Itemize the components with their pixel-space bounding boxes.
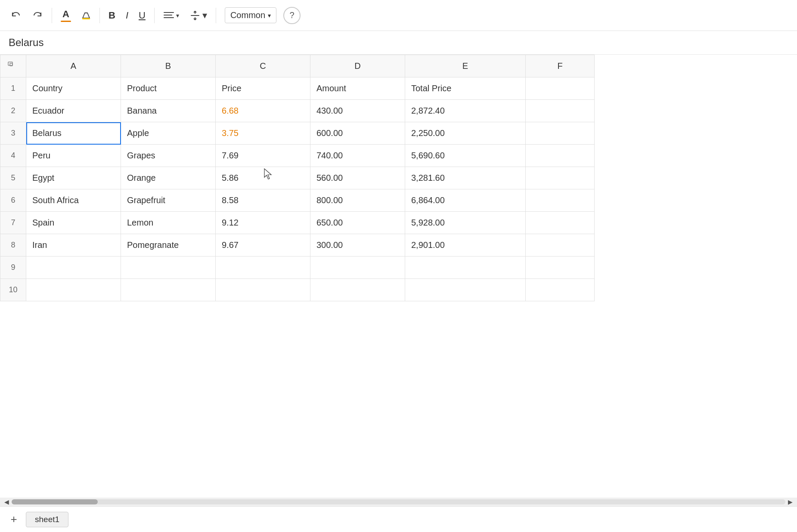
cell-E7[interactable]: 5,928.00	[405, 212, 526, 234]
cell-A10[interactable]	[26, 279, 121, 301]
scrollbar-thumb[interactable]	[12, 499, 98, 504]
cell-F9[interactable]	[526, 257, 595, 279]
row-num-6: 6	[0, 189, 26, 212]
cell-E9[interactable]	[405, 257, 526, 279]
cell-D4[interactable]: 740.00	[310, 145, 405, 167]
cell-A6[interactable]: South Africa	[26, 189, 121, 212]
cell-D2[interactable]: 430.00	[310, 100, 405, 122]
scrollbar-track[interactable]	[12, 499, 785, 504]
cell-B6[interactable]: Grapefruit	[121, 189, 216, 212]
bold-button[interactable]: B	[105, 8, 119, 23]
row-num-7: 7	[0, 212, 26, 234]
cell-C7[interactable]: 9.12	[216, 212, 310, 234]
divider-3	[154, 8, 155, 23]
scroll-right-arrow[interactable]: ▶	[785, 498, 795, 505]
cell-D10[interactable]	[310, 279, 405, 301]
cell-A5[interactable]: Egypt	[26, 167, 121, 189]
cell-D9[interactable]	[310, 257, 405, 279]
highlight-color-button[interactable]	[78, 10, 94, 21]
cell-C5[interactable]: 5.86	[216, 167, 310, 189]
cell-A4[interactable]: Peru	[26, 145, 121, 167]
italic-button[interactable]: I	[122, 8, 132, 23]
undo-button[interactable]	[7, 8, 25, 23]
h-scrollbar[interactable]: ◀ ▶	[0, 498, 797, 506]
cell-C10[interactable]	[216, 279, 310, 301]
redo-button[interactable]	[28, 8, 47, 23]
help-button[interactable]: ?	[283, 7, 301, 24]
cell-E4[interactable]: 5,690.60	[405, 145, 526, 167]
cell-B9[interactable]	[121, 257, 216, 279]
cell-B7[interactable]: Lemon	[121, 212, 216, 234]
cell-C4[interactable]: 7.69	[216, 145, 310, 167]
cell-D6[interactable]: 800.00	[310, 189, 405, 212]
divider-4	[216, 8, 216, 23]
row-num-8: 8	[0, 234, 26, 257]
scroll-left-arrow[interactable]: ◀	[2, 498, 12, 505]
cell-B3[interactable]: Apple	[121, 122, 216, 145]
cell-B2[interactable]: Banana	[121, 100, 216, 122]
cell-F4[interactable]	[526, 145, 595, 167]
cell-C6[interactable]: 8.58	[216, 189, 310, 212]
font-color-button[interactable]: A	[57, 7, 74, 24]
cell-A7[interactable]: Spain	[26, 212, 121, 234]
cell-F5[interactable]	[526, 167, 595, 189]
cell-F1[interactable]	[526, 77, 595, 100]
cell-E2[interactable]: 2,872.40	[405, 100, 526, 122]
cell-C2[interactable]: 6.68	[216, 100, 310, 122]
cell-D5[interactable]: 560.00	[310, 167, 405, 189]
add-sheet-button[interactable]: +	[5, 511, 22, 528]
cell-A3[interactable]: Belarus	[26, 122, 121, 145]
cell-A8[interactable]: Iran	[26, 234, 121, 257]
cell-D3[interactable]: 600.00	[310, 122, 405, 145]
cell-E5[interactable]: 3,281.60	[405, 167, 526, 189]
cell-A9[interactable]	[26, 257, 121, 279]
valign-button[interactable]: ▾	[186, 8, 211, 23]
cell-A1[interactable]: Country	[26, 77, 121, 100]
cell-B4[interactable]: Grapes	[121, 145, 216, 167]
cell-E10[interactable]	[405, 279, 526, 301]
cell-B5[interactable]: Orange	[121, 167, 216, 189]
col-header-C[interactable]: C	[216, 55, 310, 77]
cell-C9[interactable]	[216, 257, 310, 279]
cell-E1[interactable]: Total Price	[405, 77, 526, 100]
cell-B1[interactable]: Product	[121, 77, 216, 100]
underline-button[interactable]: U	[135, 8, 149, 23]
row-num-5: 5	[0, 167, 26, 189]
cell-F10[interactable]	[526, 279, 595, 301]
common-dropdown[interactable]: Common ▾	[225, 7, 276, 23]
cell-E3[interactable]: 2,250.00	[405, 122, 526, 145]
sheet-tab-sheet1[interactable]: sheet1	[26, 512, 68, 527]
cell-D8[interactable]: 300.00	[310, 234, 405, 257]
col-header-B[interactable]: B	[121, 55, 216, 77]
col-header-A[interactable]: A	[26, 55, 121, 77]
cell-D7[interactable]: 650.00	[310, 212, 405, 234]
svg-rect-0	[82, 18, 90, 19]
divider-1	[52, 8, 52, 23]
cell-B10[interactable]	[121, 279, 216, 301]
col-header-row: A B C D E F	[0, 55, 595, 77]
align-button[interactable]: ▾	[160, 9, 183, 22]
sheet-name-bar: Belarus	[0, 31, 797, 55]
cell-A2[interactable]: Ecuador	[26, 100, 121, 122]
cell-F6[interactable]	[526, 189, 595, 212]
cell-E8[interactable]: 2,901.00	[405, 234, 526, 257]
table-row: 9	[0, 257, 595, 279]
col-header-D[interactable]: D	[310, 55, 405, 77]
cell-D1[interactable]: Amount	[310, 77, 405, 100]
row-num-9: 9	[0, 257, 26, 279]
cell-F7[interactable]	[526, 212, 595, 234]
col-header-E[interactable]: E	[405, 55, 526, 77]
cell-F2[interactable]	[526, 100, 595, 122]
spreadsheet-scroll[interactable]: A B C D E F 1 Country Product Price Amou…	[0, 55, 797, 498]
col-header-F[interactable]: F	[526, 55, 595, 77]
row-num-10: 10	[0, 279, 26, 301]
cell-F3[interactable]	[526, 122, 595, 145]
svg-rect-7	[8, 62, 12, 65]
cell-C3[interactable]: 3.75	[216, 122, 310, 145]
cell-C1[interactable]: Price	[216, 77, 310, 100]
cell-C8[interactable]: 9.67	[216, 234, 310, 257]
spreadsheet-container: A B C D E F 1 Country Product Price Amou…	[0, 55, 797, 506]
cell-E6[interactable]: 6,864.00	[405, 189, 526, 212]
cell-F8[interactable]	[526, 234, 595, 257]
cell-B8[interactable]: Pomegranate	[121, 234, 216, 257]
